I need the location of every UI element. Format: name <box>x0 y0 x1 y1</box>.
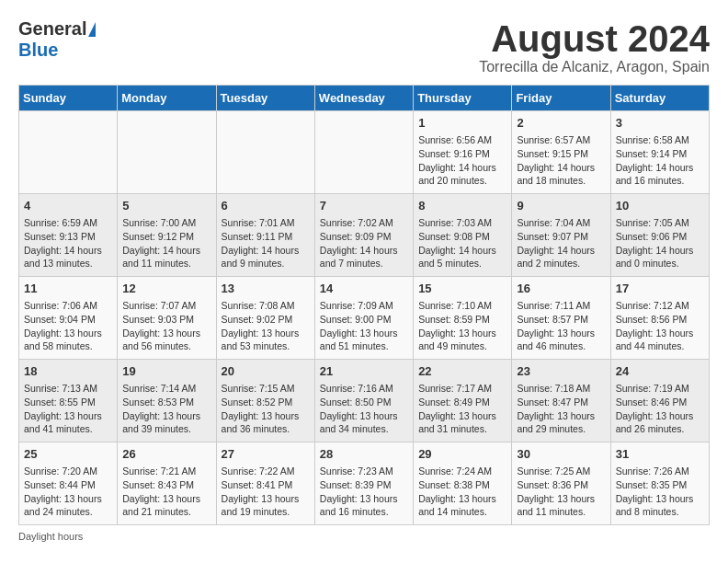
day-info-12: Sunrise: 7:07 AM Sunset: 9:03 PM Dayligh… <box>122 299 210 353</box>
location-subtitle: Torrecilla de Alcaniz, Aragon, Spain <box>479 59 710 75</box>
day-number-12: 12 <box>122 281 210 297</box>
day-info-20: Sunrise: 7:15 AM Sunset: 8:52 PM Dayligh… <box>222 382 310 436</box>
day-info-17: Sunrise: 7:12 AM Sunset: 8:56 PM Dayligh… <box>616 299 704 353</box>
day-number-20: 20 <box>222 363 310 380</box>
day-header-monday: Monday <box>118 86 216 111</box>
day-cell-11: 11Sunrise: 7:06 AM Sunset: 9:04 PM Dayli… <box>19 277 118 360</box>
day-cell-30: 30Sunrise: 7:25 AM Sunset: 8:36 PM Dayli… <box>512 442 610 525</box>
day-info-30: Sunrise: 7:25 AM Sunset: 8:36 PM Dayligh… <box>517 465 605 519</box>
day-number-8: 8 <box>418 198 506 214</box>
day-cell-29: 29Sunrise: 7:24 AM Sunset: 8:38 PM Dayli… <box>414 442 512 525</box>
day-number-23: 23 <box>517 363 605 380</box>
day-number-13: 13 <box>222 281 310 297</box>
week-row-5: 25Sunrise: 7:20 AM Sunset: 8:44 PM Dayli… <box>19 442 710 525</box>
day-header-thursday: Thursday <box>414 86 512 111</box>
day-cell-18: 18Sunrise: 7:13 AM Sunset: 8:55 PM Dayli… <box>19 360 118 442</box>
day-cell-25: 25Sunrise: 7:20 AM Sunset: 8:44 PM Dayli… <box>19 442 118 525</box>
day-info-21: Sunrise: 7:16 AM Sunset: 8:50 PM Dayligh… <box>320 382 408 436</box>
calendar-header: SundayMondayTuesdayWednesdayThursdayFrid… <box>19 86 710 111</box>
day-cell-13: 13Sunrise: 7:08 AM Sunset: 9:02 PM Dayli… <box>216 277 314 360</box>
day-info-16: Sunrise: 7:11 AM Sunset: 8:57 PM Dayligh… <box>517 299 605 353</box>
day-info-24: Sunrise: 7:19 AM Sunset: 8:46 PM Dayligh… <box>616 382 704 436</box>
day-info-22: Sunrise: 7:17 AM Sunset: 8:49 PM Dayligh… <box>418 382 506 436</box>
day-header-sunday: Sunday <box>19 86 118 111</box>
day-cell-16: 16Sunrise: 7:11 AM Sunset: 8:57 PM Dayli… <box>512 277 610 360</box>
day-info-2: Sunrise: 6:57 AM Sunset: 9:15 PM Dayligh… <box>517 133 605 188</box>
calendar-table: SundayMondayTuesdayWednesdayThursdayFrid… <box>18 85 710 525</box>
day-info-26: Sunrise: 7:21 AM Sunset: 8:43 PM Dayligh… <box>122 465 210 519</box>
day-cell-23: 23Sunrise: 7:18 AM Sunset: 8:47 PM Dayli… <box>512 360 610 442</box>
day-cell-2: 2Sunrise: 6:57 AM Sunset: 9:15 PM Daylig… <box>512 111 610 194</box>
day-header-friday: Friday <box>512 86 610 111</box>
logo: General Blue <box>18 18 96 61</box>
logo-blue-text: Blue <box>18 40 58 61</box>
day-header-saturday: Saturday <box>610 86 709 111</box>
day-info-8: Sunrise: 7:03 AM Sunset: 9:08 PM Dayligh… <box>418 216 506 270</box>
day-cell-8: 8Sunrise: 7:03 AM Sunset: 9:08 PM Daylig… <box>414 194 512 277</box>
header: General Blue August 2024 Torrecilla de A… <box>18 18 710 75</box>
day-cell-20: 20Sunrise: 7:15 AM Sunset: 8:52 PM Dayli… <box>216 360 314 442</box>
day-number-19: 19 <box>122 363 210 380</box>
day-cell-5: 5Sunrise: 7:00 AM Sunset: 9:12 PM Daylig… <box>118 194 216 277</box>
day-info-19: Sunrise: 7:14 AM Sunset: 8:53 PM Dayligh… <box>122 382 210 436</box>
day-cell-21: 21Sunrise: 7:16 AM Sunset: 8:50 PM Dayli… <box>314 360 413 442</box>
day-number-4: 4 <box>24 198 112 214</box>
day-info-27: Sunrise: 7:22 AM Sunset: 8:41 PM Dayligh… <box>222 465 310 519</box>
day-number-5: 5 <box>122 198 210 214</box>
week-row-1: 1Sunrise: 6:56 AM Sunset: 9:16 PM Daylig… <box>19 111 710 194</box>
day-cell-19: 19Sunrise: 7:14 AM Sunset: 8:53 PM Dayli… <box>118 360 216 442</box>
day-number-21: 21 <box>320 363 408 380</box>
day-number-18: 18 <box>24 363 112 380</box>
day-info-23: Sunrise: 7:18 AM Sunset: 8:47 PM Dayligh… <box>517 382 605 436</box>
day-number-28: 28 <box>320 446 408 463</box>
footer-note: Daylight hours <box>18 531 710 542</box>
empty-cell <box>19 111 118 194</box>
daylight-label: Daylight hours <box>18 531 83 542</box>
day-info-9: Sunrise: 7:04 AM Sunset: 9:07 PM Dayligh… <box>517 216 605 270</box>
day-number-11: 11 <box>24 281 112 297</box>
day-info-1: Sunrise: 6:56 AM Sunset: 9:16 PM Dayligh… <box>418 133 506 188</box>
logo-triangle-icon <box>88 22 96 37</box>
day-cell-9: 9Sunrise: 7:04 AM Sunset: 9:07 PM Daylig… <box>512 194 610 277</box>
day-number-15: 15 <box>418 281 506 297</box>
day-info-25: Sunrise: 7:20 AM Sunset: 8:44 PM Dayligh… <box>24 465 112 519</box>
day-headers-row: SundayMondayTuesdayWednesdayThursdayFrid… <box>19 86 710 111</box>
day-cell-24: 24Sunrise: 7:19 AM Sunset: 8:46 PM Dayli… <box>610 360 709 442</box>
day-cell-17: 17Sunrise: 7:12 AM Sunset: 8:56 PM Dayli… <box>610 277 709 360</box>
week-row-4: 18Sunrise: 7:13 AM Sunset: 8:55 PM Dayli… <box>19 360 710 442</box>
day-number-6: 6 <box>222 198 310 214</box>
day-number-27: 27 <box>222 446 310 463</box>
week-row-2: 4Sunrise: 6:59 AM Sunset: 9:13 PM Daylig… <box>19 194 710 277</box>
day-number-22: 22 <box>418 363 506 380</box>
day-number-16: 16 <box>517 281 605 297</box>
day-number-17: 17 <box>616 281 704 297</box>
day-cell-26: 26Sunrise: 7:21 AM Sunset: 8:43 PM Dayli… <box>118 442 216 525</box>
logo-general-text: General <box>18 18 86 40</box>
day-info-15: Sunrise: 7:10 AM Sunset: 8:59 PM Dayligh… <box>418 299 506 353</box>
day-number-10: 10 <box>616 198 704 214</box>
day-number-3: 3 <box>616 115 704 132</box>
day-number-1: 1 <box>418 115 506 132</box>
day-number-9: 9 <box>517 198 605 214</box>
day-number-26: 26 <box>122 446 210 463</box>
title-area: August 2024 Torrecilla de Alcaniz, Arago… <box>479 18 710 75</box>
day-cell-31: 31Sunrise: 7:26 AM Sunset: 8:35 PM Dayli… <box>610 442 709 525</box>
day-cell-12: 12Sunrise: 7:07 AM Sunset: 9:03 PM Dayli… <box>118 277 216 360</box>
day-info-5: Sunrise: 7:00 AM Sunset: 9:12 PM Dayligh… <box>122 216 210 270</box>
day-cell-10: 10Sunrise: 7:05 AM Sunset: 9:06 PM Dayli… <box>610 194 709 277</box>
calendar-body: 1Sunrise: 6:56 AM Sunset: 9:16 PM Daylig… <box>19 111 710 525</box>
empty-cell <box>216 111 314 194</box>
day-cell-7: 7Sunrise: 7:02 AM Sunset: 9:09 PM Daylig… <box>314 194 413 277</box>
day-info-4: Sunrise: 6:59 AM Sunset: 9:13 PM Dayligh… <box>24 216 112 270</box>
day-number-30: 30 <box>517 446 605 463</box>
day-header-wednesday: Wednesday <box>314 86 413 111</box>
day-number-2: 2 <box>517 115 605 132</box>
day-info-29: Sunrise: 7:24 AM Sunset: 8:38 PM Dayligh… <box>418 465 506 519</box>
day-info-31: Sunrise: 7:26 AM Sunset: 8:35 PM Dayligh… <box>616 465 704 519</box>
day-info-11: Sunrise: 7:06 AM Sunset: 9:04 PM Dayligh… <box>24 299 112 353</box>
week-row-3: 11Sunrise: 7:06 AM Sunset: 9:04 PM Dayli… <box>19 277 710 360</box>
day-cell-28: 28Sunrise: 7:23 AM Sunset: 8:39 PM Dayli… <box>314 442 413 525</box>
day-info-3: Sunrise: 6:58 AM Sunset: 9:14 PM Dayligh… <box>616 133 704 188</box>
day-cell-3: 3Sunrise: 6:58 AM Sunset: 9:14 PM Daylig… <box>610 111 709 194</box>
day-cell-27: 27Sunrise: 7:22 AM Sunset: 8:41 PM Dayli… <box>216 442 314 525</box>
